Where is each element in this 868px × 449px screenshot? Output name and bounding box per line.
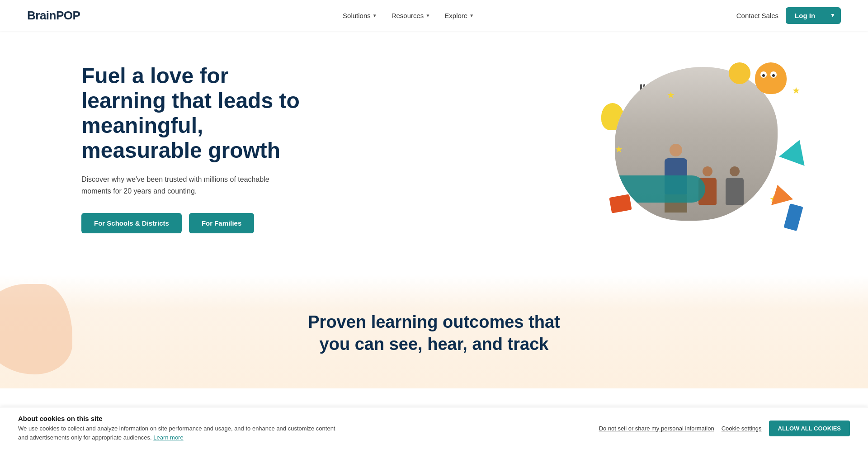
chevron-down-icon: ▼ bbox=[469, 13, 474, 18]
yellow-circle-decoration bbox=[729, 62, 750, 84]
brand-logo[interactable]: BrainPOP bbox=[27, 9, 80, 23]
classroom-bg bbox=[615, 67, 778, 221]
nav-explore[interactable]: Explore ▼ bbox=[439, 8, 479, 23]
hero-illustration: ★ ★ ★ ★ bbox=[597, 58, 814, 239]
login-button[interactable]: Log In ▼ bbox=[786, 7, 841, 24]
nav-resources[interactable]: Resources ▼ bbox=[386, 8, 436, 23]
star-decoration-1: ★ bbox=[667, 90, 675, 100]
below-hero-section: Proven learning outcomes that you can se… bbox=[0, 275, 868, 388]
contact-sales-link[interactable]: Contact Sales bbox=[736, 12, 778, 19]
navigation: BrainPOP Solutions ▼ Resources ▼ Explore… bbox=[0, 0, 868, 31]
hero-buttons: For Schools & Districts For Families bbox=[81, 213, 316, 233]
teal-triangle-decoration bbox=[779, 135, 812, 166]
star-decoration-2: ★ bbox=[615, 144, 623, 155]
hero-section: Fuel a love for learning that leads to m… bbox=[0, 31, 868, 275]
hero-title: Fuel a love for learning that leads to m… bbox=[81, 63, 316, 163]
below-hero-title: Proven learning outcomes that you can se… bbox=[294, 311, 574, 356]
blue-pencil-decoration bbox=[783, 203, 803, 231]
chevron-down-icon: ▼ bbox=[373, 13, 377, 18]
nav-solutions[interactable]: Solutions ▼ bbox=[337, 8, 382, 23]
hero-left-content: Fuel a love for learning that leads to m… bbox=[81, 63, 316, 234]
star-decoration-4: ★ bbox=[792, 85, 800, 96]
chevron-down-icon: ▼ bbox=[825, 8, 841, 23]
login-label: Log In bbox=[786, 7, 824, 24]
schools-districts-button[interactable]: For Schools & Districts bbox=[81, 213, 182, 233]
chevron-down-icon: ▼ bbox=[425, 13, 430, 18]
monster-character bbox=[755, 62, 787, 94]
families-button[interactable]: For Families bbox=[189, 213, 254, 233]
nav-right-actions: Contact Sales Log In ▼ bbox=[736, 7, 841, 24]
classroom-image bbox=[615, 67, 778, 221]
peach-blob-decoration bbox=[0, 284, 72, 374]
student-figure-2 bbox=[723, 166, 746, 212]
hero-subtitle: Discover why we've been trusted with mil… bbox=[81, 174, 271, 197]
blob-container: ★ ★ ★ ★ bbox=[597, 58, 814, 239]
nav-center-links: Solutions ▼ Resources ▼ Explore ▼ bbox=[337, 8, 479, 23]
